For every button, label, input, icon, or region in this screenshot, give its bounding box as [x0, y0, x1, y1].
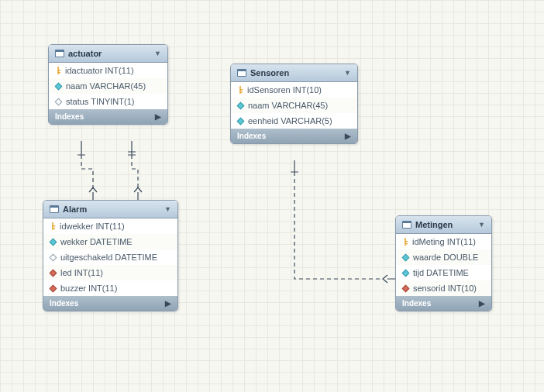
indexes-section[interactable]: Indexes▶	[43, 296, 177, 311]
expand-icon: ▶	[165, 299, 171, 308]
table-icon	[55, 50, 64, 57]
column-row[interactable]: idwekker INT(11)	[43, 218, 177, 234]
table-header[interactable]: Sensoren ▼	[231, 64, 357, 82]
indexes-label: Indexes	[402, 299, 431, 308]
key-icon	[55, 67, 61, 74]
column-label: tijd DATETIME	[413, 268, 469, 277]
table-title: Metingen	[415, 220, 474, 229]
diamond-icon	[402, 253, 410, 261]
column-label: naam VARCHAR(45)	[66, 81, 146, 91]
table-actuator[interactable]: actuator ▼ idactuator INT(11) naam VARCH…	[48, 44, 168, 125]
table-metingen[interactable]: Metingen ▼ idMeting INT(11) waarde DOUBL…	[395, 215, 492, 311]
column-label: sensorid INT(10)	[413, 284, 477, 293]
collapse-icon[interactable]: ▼	[344, 69, 351, 77]
table-header[interactable]: actuator ▼	[49, 45, 167, 63]
column-row[interactable]: buzzer INT(11)	[43, 280, 177, 296]
key-icon	[402, 238, 408, 246]
column-row[interactable]: idMeting INT(11)	[396, 234, 491, 249]
column-row[interactable]: led INT(11)	[43, 265, 177, 280]
diamond-icon	[402, 269, 410, 277]
indexes-label: Indexes	[55, 112, 84, 121]
column-label: wekker DATETIME	[60, 237, 133, 246]
key-icon	[237, 86, 243, 94]
column-row[interactable]: tijd DATETIME	[396, 265, 491, 280]
indexes-label: Indexes	[50, 299, 78, 308]
column-row[interactable]: sensorid INT(10)	[396, 280, 491, 296]
column-label: naam VARCHAR(45)	[248, 101, 328, 110]
column-label: idSensoren INT(10)	[247, 85, 322, 95]
table-title: Sensoren	[250, 68, 340, 77]
column-row[interactable]: eenheid VARCHAR(5)	[231, 113, 357, 129]
column-row[interactable]: wekker DATETIME	[43, 234, 177, 249]
table-icon	[50, 205, 59, 213]
column-row[interactable]: idSensoren INT(10)	[231, 82, 357, 98]
key-icon	[50, 222, 56, 230]
column-label: led INT(11)	[60, 268, 103, 277]
column-label: idactuator INT(11)	[65, 66, 134, 75]
diamond-icon	[402, 284, 410, 292]
column-label: uitgeschakeld DATETIME	[60, 253, 157, 262]
table-header[interactable]: Metingen ▼	[396, 216, 491, 234]
diamond-icon	[237, 117, 245, 125]
indexes-section[interactable]: Indexes▶	[396, 296, 491, 311]
column-label: waarde DOUBLE	[413, 253, 478, 262]
expand-icon: ▶	[155, 112, 161, 121]
column-label: status TINYINT(1)	[66, 97, 134, 106]
column-row[interactable]: waarde DOUBLE	[396, 249, 491, 265]
table-icon	[237, 69, 246, 77]
column-row[interactable]: naam VARCHAR(45)	[49, 78, 167, 94]
column-row[interactable]: status TINYINT(1)	[49, 94, 167, 109]
table-header[interactable]: Alarm ▼	[43, 201, 177, 218]
column-row[interactable]: naam VARCHAR(45)	[231, 98, 357, 113]
diamond-icon	[50, 269, 57, 277]
table-sensoren[interactable]: Sensoren ▼ idSensoren INT(10) naam VARCH…	[230, 64, 358, 144]
table-alarm[interactable]: Alarm ▼ idwekker INT(11) wekker DATETIME…	[43, 200, 178, 311]
column-row[interactable]: idactuator INT(11)	[49, 63, 167, 78]
expand-icon: ▶	[479, 299, 485, 308]
diamond-icon	[50, 253, 57, 261]
table-icon	[402, 221, 411, 229]
column-row[interactable]: uitgeschakeld DATETIME	[43, 249, 177, 265]
column-label: eenheid VARCHAR(5)	[248, 116, 332, 126]
column-label: buzzer INT(11)	[60, 284, 117, 293]
expand-icon: ▶	[345, 132, 351, 140]
column-label: idMeting INT(11)	[412, 237, 476, 246]
column-label: idwekker INT(11)	[60, 222, 125, 231]
diamond-icon	[50, 238, 57, 246]
table-title: actuator	[68, 49, 150, 58]
collapse-icon[interactable]: ▼	[154, 50, 161, 57]
diamond-icon	[55, 98, 63, 105]
diamond-icon	[50, 284, 57, 292]
collapse-icon[interactable]: ▼	[478, 221, 485, 229]
indexes-section[interactable]: Indexes▶	[231, 129, 357, 143]
diamond-icon	[237, 101, 245, 109]
collapse-icon[interactable]: ▼	[164, 205, 171, 213]
indexes-label: Indexes	[237, 132, 266, 140]
diamond-icon	[55, 82, 63, 90]
table-title: Alarm	[63, 205, 160, 214]
indexes-section[interactable]: Indexes▶	[49, 109, 167, 124]
